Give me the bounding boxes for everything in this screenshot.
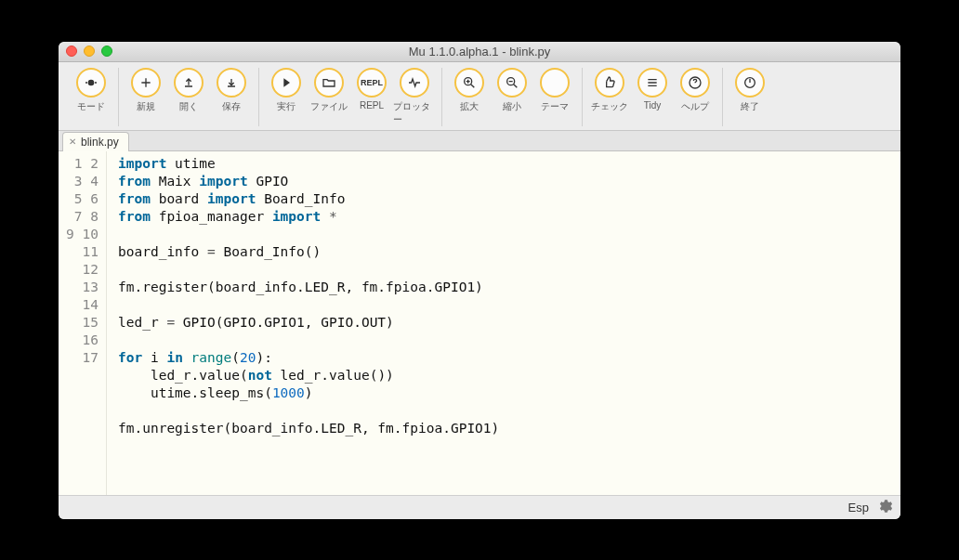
tab-close-icon[interactable]: ✕	[69, 137, 76, 147]
toolbar-label: テーマ	[541, 100, 569, 113]
toolbar-label: 実行	[277, 100, 296, 113]
zoomout-icon	[497, 68, 527, 98]
tidy-button[interactable]: Tidy	[631, 68, 674, 126]
power-icon	[735, 68, 765, 98]
window-title: Mu 1.1.0.alpha.1 - blink.py	[59, 45, 900, 59]
mode-button[interactable]: モード	[70, 68, 112, 126]
tab-blink[interactable]: ✕ blink.py	[62, 132, 129, 151]
titlebar[interactable]: Mu 1.1.0.alpha.1 - blink.py	[59, 42, 900, 62]
zoomin-button[interactable]: 拡大	[448, 68, 491, 126]
theme-button[interactable]: テーマ	[533, 68, 576, 126]
zoomout-button[interactable]: 縮小	[491, 68, 533, 126]
toolbar-group: 拡大縮小テーマ	[442, 68, 583, 126]
toolbar-group: 新規開く保存	[119, 68, 259, 126]
toolbar-group: 終了	[723, 68, 777, 126]
help-button[interactable]: ヘルプ	[674, 68, 716, 126]
run-button[interactable]: 実行	[265, 68, 308, 126]
toolbar-label: 保存	[222, 100, 241, 113]
gear-icon[interactable]	[876, 498, 893, 517]
toolbar: モード新規開く保存実行ファイルREPLREPLプロッター拡大縮小テーマチェックT…	[59, 62, 900, 131]
app-window: Mu 1.1.0.alpha.1 - blink.py モード新規開く保存実行フ…	[59, 42, 900, 519]
repl-button[interactable]: REPLREPL	[350, 68, 393, 126]
tab-bar: ✕ blink.py	[59, 131, 900, 151]
code-editor[interactable]: 1 2 3 4 5 6 7 8 9 10 11 12 13 14 15 16 1…	[59, 151, 900, 495]
minimize-icon[interactable]	[84, 46, 95, 57]
toolbar-label: REPL	[360, 100, 384, 111]
moon-icon	[540, 68, 570, 98]
toolbar-label: 開く	[179, 100, 198, 113]
close-icon[interactable]	[66, 46, 77, 57]
open-button[interactable]: 開く	[167, 68, 210, 126]
zoomin-icon	[454, 68, 484, 98]
new-button[interactable]: 新規	[125, 68, 167, 126]
traffic-lights	[66, 46, 112, 57]
upload-icon	[174, 68, 204, 98]
folder-icon	[314, 68, 344, 98]
toolbar-label: ファイル	[310, 100, 348, 113]
toolbar-group: 実行ファイルREPLREPLプロッター	[259, 68, 442, 126]
quit-button[interactable]: 終了	[729, 68, 771, 126]
mode-icon	[76, 68, 106, 98]
thumb-icon	[595, 68, 624, 98]
download-icon	[217, 68, 246, 98]
list-icon	[637, 68, 667, 98]
toolbar-label: ヘルプ	[681, 100, 709, 113]
toolbar-group: チェックTidyヘルプ	[583, 68, 723, 126]
status-bar: Esp	[59, 495, 900, 519]
toolbar-label: プロッター	[393, 100, 436, 126]
toolbar-label: 拡大	[460, 100, 479, 113]
files-button[interactable]: ファイル	[308, 68, 350, 126]
plus-icon	[131, 68, 161, 98]
play-icon	[271, 68, 301, 98]
line-gutter: 1 2 3 4 5 6 7 8 9 10 11 12 13 14 15 16 1…	[59, 151, 107, 495]
save-button[interactable]: 保存	[210, 68, 253, 126]
toolbar-label: 縮小	[503, 100, 521, 113]
code-area[interactable]: import utimefrom Maix import GPIOfrom bo…	[107, 151, 499, 495]
svg-point-0	[88, 80, 93, 85]
toolbar-label: モード	[77, 100, 105, 113]
toolbar-label: 新規	[137, 100, 155, 113]
toolbar-label: Tidy	[644, 100, 662, 111]
toolbar-label: 終了	[741, 100, 759, 113]
check-button[interactable]: チェック	[588, 68, 631, 126]
toolbar-group: モード	[64, 68, 119, 126]
toolbar-label: チェック	[591, 100, 628, 113]
status-mode: Esp	[848, 501, 869, 514]
plotter-button[interactable]: プロッター	[393, 68, 436, 126]
tab-label: blink.py	[81, 136, 119, 149]
zoom-icon[interactable]	[101, 46, 112, 57]
pulse-icon	[400, 68, 429, 98]
kbd-icon: REPL	[357, 68, 387, 98]
help-icon	[680, 68, 710, 98]
